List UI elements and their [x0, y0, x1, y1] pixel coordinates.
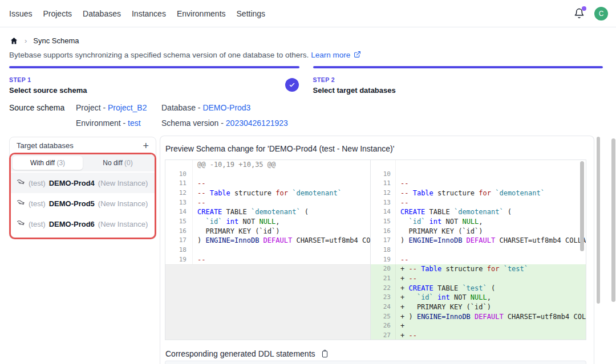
database-row[interactable]: (test)DEMO-Prod6(New Instance) — [11, 214, 155, 234]
target-panel-header: Target databases + — [10, 137, 156, 153]
code-text: -- — [193, 179, 370, 189]
database-suffix: (New Instance) — [98, 179, 148, 187]
copy-ddl-button[interactable] — [321, 349, 329, 358]
ddl-statements-block — [165, 361, 586, 364]
field-label: Schema version - — [161, 118, 226, 128]
line-number: 20 — [371, 264, 396, 274]
line-number: 12 — [371, 189, 396, 198]
target-panel-title: Target databases — [17, 141, 74, 150]
learn-more-link[interactable]: Learn more — [311, 51, 350, 59]
line-number: 14 — [371, 207, 396, 217]
code-text: PRIMARY KEY (`id`) — [193, 227, 370, 236]
database-environment: (test) — [29, 199, 46, 208]
nav-item-databases[interactable]: Databases — [83, 9, 121, 18]
code-text — [193, 246, 370, 255]
right-code-row: 15 `id` int NOT NULL, — [371, 217, 586, 227]
database-environment: (test) — [29, 220, 46, 228]
home-icon[interactable] — [10, 36, 18, 45]
line-number: 16 — [165, 227, 193, 236]
line-number: 14 — [165, 207, 193, 217]
code-text: `id` int NOT NULL, — [396, 217, 586, 227]
left-code-row: @@ -10,19 +10,35 @@ — [165, 160, 370, 170]
content-scrollbar-thumb[interactable] — [597, 137, 600, 304]
code-text — [396, 246, 586, 255]
line-number: 27 — [371, 331, 396, 340]
steps: STEP 1 Select source schema STEP 2 Selec… — [9, 66, 603, 95]
editor-scrollbar-thumb[interactable] — [580, 161, 584, 251]
ddl-heading-row: Corresponding generated DDL statements — [165, 349, 586, 358]
right-code-row: 22+ CREATE TABLE `test` ( — [371, 284, 586, 293]
line-number: 19 — [371, 255, 396, 265]
line-number: 18 — [165, 246, 193, 255]
left-code-row: 15 `id` int NOT NULL, — [165, 217, 370, 227]
field-value-link[interactable]: test — [128, 118, 141, 128]
nav-item-issues[interactable]: Issues — [9, 9, 32, 18]
diff-left-filler — [165, 264, 370, 340]
intro-text: Bytebase supports synchronizing a specif… — [9, 51, 309, 59]
target-databases-panel: Target databases + With diff (3)No diff … — [9, 137, 156, 239]
nav-item-environments[interactable]: Environments — [177, 9, 226, 18]
breadcrumb-page-title: Sync Schema — [33, 36, 79, 45]
line-number: 26 — [371, 321, 396, 331]
tab-label: With diff — [30, 159, 56, 167]
source-schema-label: Source schema — [9, 103, 64, 112]
top-navigation-bar: IssuesProjectsDatabasesInstancesEnvironm… — [0, 0, 616, 27]
right-code-row: 23+ `id` int NOT NULL, — [371, 293, 586, 302]
database-row[interactable]: (test)DEMO-Prod5(New Instance) — [11, 193, 155, 214]
database-row[interactable]: (test)DEMO-Prod4(New Instance) — [11, 173, 155, 193]
left-code-row: 17) ENGINE=InnoDB DEFAULT CHARSET=utf8mb… — [165, 236, 370, 246]
code-text: PRIMARY KEY (`id`) — [396, 227, 586, 236]
right-code-row: 26+ — [371, 321, 586, 331]
page-scrollbar-thumb[interactable] — [611, 138, 615, 302]
diff-tabs: With diff (3)No diff (0) — [11, 154, 155, 171]
nav-item-projects[interactable]: Projects — [43, 9, 72, 18]
mysql-icon — [17, 179, 25, 187]
database-suffix: (New Instance) — [98, 199, 148, 208]
tab-count: (0) — [124, 159, 133, 167]
code-text: -- — [396, 198, 586, 208]
preview-title: Preview Schema change for 'DEMO-Prod4 (t… — [165, 144, 586, 153]
avatar[interactable]: C — [594, 7, 608, 21]
field-value-link[interactable]: Project_B2 — [108, 103, 147, 112]
right-code-row: 11-- — [371, 179, 586, 189]
source-field: Environment - test — [76, 118, 161, 128]
external-link-icon — [354, 51, 361, 60]
line-number: 15 — [371, 217, 396, 227]
line-number: 24 — [371, 302, 396, 312]
add-target-database-button[interactable]: + — [143, 142, 149, 150]
notification-dot — [582, 6, 586, 11]
topbar-right: C — [574, 7, 608, 21]
clipboard-icon — [321, 349, 329, 358]
check-icon — [289, 81, 295, 88]
nav-item-instances[interactable]: Instances — [132, 9, 166, 18]
tab-no-diff[interactable]: No diff (0) — [83, 156, 153, 170]
line-number: 17 — [371, 236, 396, 246]
code-text: -- Table structure for `demotenant` — [396, 189, 586, 198]
code-text: + `id` int NOT NULL, — [396, 293, 586, 302]
left-code-row: 18 — [165, 246, 370, 255]
database-name: DEMO-Prod6 — [49, 220, 95, 228]
target-database-list: (test)DEMO-Prod4(New Instance)(test)DEMO… — [11, 171, 155, 238]
diff-left-pane: @@ -10,19 +10,35 @@1011--12-- Table stru… — [165, 160, 371, 340]
field-value-link[interactable]: 20230426121923 — [226, 118, 288, 128]
right-code-row: 13-- — [371, 198, 586, 208]
notifications-button[interactable] — [574, 8, 585, 19]
line-number: 22 — [371, 284, 396, 293]
line-number: 10 — [165, 170, 193, 179]
line-number: 12 — [165, 189, 193, 198]
code-text: -- Table structure for `demotenant` — [193, 189, 370, 198]
tab-with-diff[interactable]: With diff (3) — [13, 156, 83, 170]
source-field: Schema version - 20230426121923 — [161, 118, 288, 128]
line-number — [371, 160, 396, 170]
field-label: Project - — [76, 103, 108, 112]
line-number: 11 — [371, 179, 396, 189]
line-number: 25 — [371, 312, 396, 322]
field-value-link[interactable]: DEMO-Prod3 — [202, 103, 250, 112]
code-text — [396, 170, 586, 179]
step-2: STEP 2 Select target databases — [313, 66, 603, 95]
source-fields: Project - Project_B2Database - DEMO-Prod… — [76, 103, 288, 128]
nav-item-settings[interactable]: Settings — [237, 9, 266, 18]
right-code-row: 19-- — [371, 255, 586, 265]
mysql-icon — [17, 220, 25, 228]
line-number — [165, 160, 193, 170]
